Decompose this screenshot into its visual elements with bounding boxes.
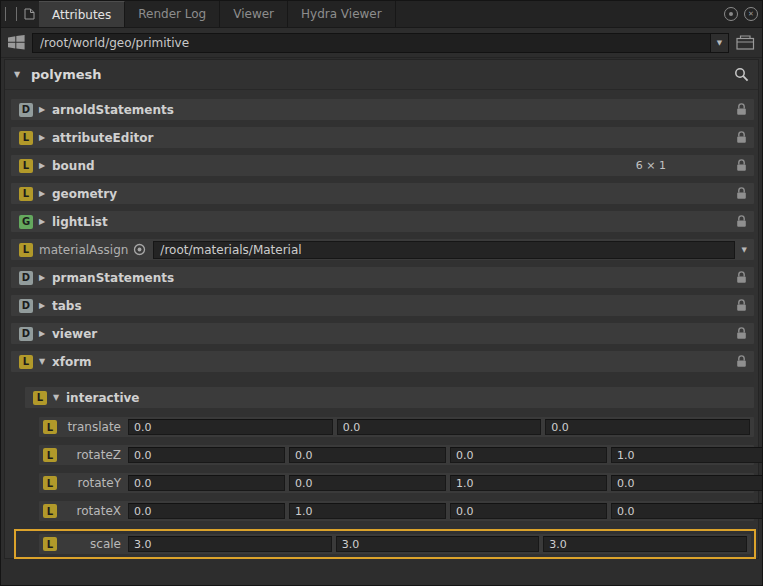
- attr-group-bound[interactable]: L ▶ bound 6 × 1: [11, 155, 754, 176]
- attr-group-label: xform: [52, 355, 92, 369]
- tab-render-log[interactable]: Render Log: [125, 1, 220, 27]
- attr-group-label: attributeEditor: [52, 131, 153, 145]
- material-assign-input[interactable]: [153, 241, 734, 259]
- attr-group-label: lightList: [52, 215, 108, 229]
- attr-row-materialAssign[interactable]: L materialAssign ▼: [11, 239, 754, 260]
- rotateZ-field-3[interactable]: [611, 447, 763, 463]
- attr-group-attributeEditor[interactable]: L ▶ attributeEditor: [11, 127, 754, 148]
- param-label: rotateZ: [63, 448, 121, 462]
- attr-group-label: tabs: [52, 299, 82, 313]
- attr-group-lightList[interactable]: G ▶ lightList: [11, 211, 754, 232]
- tab-bar: Attributes Render Log Viewer Hydra Viewe…: [1, 1, 762, 28]
- attr-type-badge: D: [19, 103, 33, 117]
- chevron-right-icon[interactable]: ▶: [39, 105, 52, 114]
- param-label: scale: [63, 537, 121, 551]
- array-size-label: 6 × 1: [636, 159, 666, 172]
- chevron-down-icon[interactable]: ▼: [14, 70, 27, 79]
- rotateZ-field-0[interactable]: [128, 447, 285, 463]
- tab-bar-spacer: [396, 1, 722, 27]
- param-row-rotateY: L rotateY: [39, 473, 754, 493]
- attr-group-label: prmanStatements: [52, 271, 174, 285]
- rotateY-field-2[interactable]: [450, 475, 607, 491]
- chevron-down-icon[interactable]: ▼: [39, 357, 52, 366]
- translate-field-0[interactable]: [128, 419, 333, 435]
- scenegraph-pin-icon[interactable]: [736, 35, 755, 50]
- windows-logo-icon[interactable]: [8, 35, 25, 50]
- attr-group-geometry[interactable]: L ▶ geometry: [11, 183, 754, 204]
- attr-group-interactive[interactable]: L ▼ interactive: [25, 387, 754, 408]
- float-window-icon[interactable]: [724, 7, 738, 21]
- rotateY-field-0[interactable]: [128, 475, 285, 491]
- attr-type-badge: L: [43, 448, 57, 462]
- attr-type-badge: L: [19, 243, 33, 257]
- scenegraph-location-input[interactable]: [33, 36, 710, 50]
- attr-group-viewer[interactable]: D ▶ viewer: [11, 323, 754, 344]
- attr-group-label: arnoldStatements: [52, 103, 174, 117]
- attributes-panel: Attributes Render Log Viewer Hydra Viewe…: [0, 0, 763, 586]
- polymesh-panel: ▼ polymesh D ▶ arnoldStatements L ▶: [4, 59, 759, 559]
- param-row-rotateX: L rotateX: [39, 501, 754, 521]
- panel-page-icon[interactable]: [19, 1, 39, 27]
- tab-hydra-viewer[interactable]: Hydra Viewer: [288, 1, 396, 27]
- chevron-down-icon[interactable]: ▼: [742, 246, 747, 254]
- tab-attributes[interactable]: Attributes: [39, 1, 125, 27]
- attr-group-xform[interactable]: L ▼ xform: [11, 351, 754, 372]
- scale-field-2[interactable]: [543, 536, 747, 552]
- connection-icon[interactable]: [133, 243, 146, 256]
- lock-icon: [736, 131, 747, 144]
- tab-viewer[interactable]: Viewer: [220, 1, 288, 27]
- lock-icon: [736, 159, 747, 172]
- rotateX-field-0[interactable]: [128, 503, 285, 519]
- lock-icon: [736, 299, 747, 312]
- chevron-right-icon[interactable]: ▶: [39, 161, 52, 170]
- scenegraph-location-combo: ▼: [32, 33, 729, 53]
- lock-icon: [736, 103, 747, 116]
- scale-field-1[interactable]: [336, 536, 540, 552]
- chevron-right-icon[interactable]: ▶: [39, 189, 52, 198]
- scale-field-0[interactable]: [128, 536, 332, 552]
- polymesh-header[interactable]: ▼ polymesh: [5, 60, 758, 90]
- attr-group-prmanStatements[interactable]: D ▶ prmanStatements: [11, 267, 754, 288]
- lock-icon: [736, 327, 747, 340]
- chevron-right-icon[interactable]: ▶: [39, 217, 52, 226]
- chevron-right-icon[interactable]: ▶: [39, 273, 52, 282]
- chevron-down-icon[interactable]: ▼: [53, 393, 66, 402]
- attr-label: materialAssign: [39, 243, 128, 257]
- attr-group-label: viewer: [52, 327, 97, 341]
- chevron-down-icon: ▼: [717, 39, 722, 47]
- rotateX-field-3[interactable]: [611, 503, 763, 519]
- attr-type-badge: L: [19, 159, 33, 173]
- param-row-scale: L scale: [39, 534, 751, 554]
- translate-field-1[interactable]: [337, 419, 542, 435]
- translate-field-2[interactable]: [545, 419, 750, 435]
- rotateY-field-3[interactable]: [611, 475, 763, 491]
- rotateX-field-1[interactable]: [289, 503, 446, 519]
- panel-drag-handle[interactable]: [5, 7, 17, 21]
- lock-icon: [736, 355, 747, 368]
- chevron-right-icon[interactable]: ▶: [39, 133, 52, 142]
- lock-icon: [736, 215, 747, 228]
- rotateZ-field-1[interactable]: [289, 447, 446, 463]
- attr-group-label: interactive: [66, 391, 139, 405]
- attr-type-badge: L: [43, 420, 57, 434]
- attr-group-tabs[interactable]: D ▶ tabs: [11, 295, 754, 316]
- close-icon[interactable]: ✕: [744, 7, 758, 21]
- attr-type-badge: L: [43, 537, 57, 551]
- attr-group-arnoldStatements[interactable]: D ▶ arnoldStatements: [11, 99, 754, 120]
- location-dropdown-button[interactable]: ▼: [710, 34, 728, 52]
- chevron-right-icon[interactable]: ▶: [39, 301, 52, 310]
- chevron-right-icon[interactable]: ▶: [39, 329, 52, 338]
- tab-label: Attributes: [52, 8, 111, 22]
- attr-type-badge: D: [19, 299, 33, 313]
- rotateY-field-1[interactable]: [289, 475, 446, 491]
- attr-type-badge: L: [33, 391, 47, 405]
- tab-label: Viewer: [233, 7, 274, 21]
- rotateX-field-2[interactable]: [450, 503, 607, 519]
- scale-highlight-box: L scale: [14, 529, 756, 559]
- tab-label: Hydra Viewer: [301, 7, 382, 21]
- rotateZ-field-2[interactable]: [450, 447, 607, 463]
- lock-icon: [736, 187, 747, 200]
- search-icon[interactable]: [734, 67, 749, 82]
- attr-type-badge: L: [43, 476, 57, 490]
- lock-icon: [736, 271, 747, 284]
